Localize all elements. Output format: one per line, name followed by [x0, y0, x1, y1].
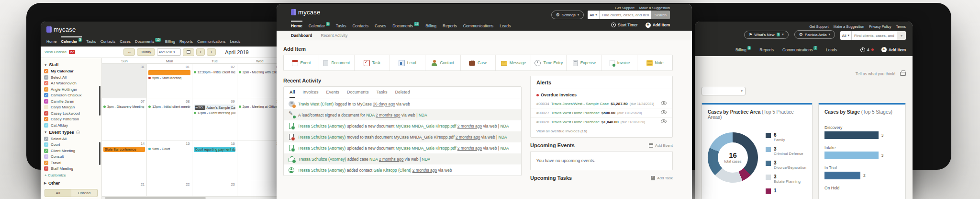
activity-link[interactable]: Tressa Schultze (Attorney): [298, 135, 345, 140]
back-arrow-button[interactable]: ←: [123, 48, 135, 56]
nav-item-billing[interactable]: Billing: [165, 36, 175, 47]
add-item-button[interactable]: Add Item: [646, 23, 670, 28]
calendar-day-cell[interactable]: 102pm - Meeting at Office to Disc: [237, 98, 282, 140]
nav-item-cases[interactable]: Cases: [120, 36, 131, 47]
timed-event[interactable]: 9am - Court: [148, 147, 190, 151]
header-link-make-a-suggestion[interactable]: Make a Suggestion: [639, 6, 670, 10]
add-event-button[interactable]: Add Event: [649, 143, 673, 148]
nav-item-documents[interactable]: Documents15: [392, 21, 419, 31]
horizontal-scrollbar[interactable]: [102, 196, 282, 199]
calendar-day-cell[interactable]: 159am - Court: [147, 140, 192, 181]
nav-item-tasks[interactable]: Tasks: [336, 21, 346, 31]
tab-documents[interactable]: Documents: [347, 90, 369, 98]
tab-all[interactable]: All: [290, 90, 295, 98]
timed-event[interactable]: 5pm - Staff Meeting: [148, 76, 190, 80]
nav-item-documents[interactable]: Documents15: [135, 36, 161, 47]
quick-add-task[interactable]: Task: [355, 55, 390, 70]
add-item-button[interactable]: Add Item: [881, 47, 906, 52]
activity-link[interactable]: Tressa Schultze (Attorney): [298, 146, 345, 151]
checkbox[interactable]: ✓: [44, 69, 48, 73]
timed-event[interactable]: 12pm - Client meeting (lunch): [194, 111, 235, 115]
checkbox[interactable]: ✓: [44, 123, 48, 128]
quick-add-invoice[interactable]: Invoice: [602, 55, 637, 70]
activity-link[interactable]: NDA: [366, 113, 374, 117]
header-link-make-a-suggestion[interactable]: Make a Suggestion: [834, 24, 864, 29]
nav-item-reports[interactable]: Reports: [179, 36, 193, 47]
search-scope-dropdown[interactable]: All ▾: [588, 11, 599, 19]
view-all-overdue-link[interactable]: View all overdue invoices (16): [531, 126, 672, 137]
calendar-day-cell[interactable]: 17: [237, 140, 282, 181]
filter-all-button[interactable]: All: [45, 189, 71, 197]
checkbox[interactable]: ✓: [44, 137, 48, 141]
header-link-terms[interactable]: Terms: [896, 24, 906, 29]
date-input[interactable]: [157, 48, 181, 56]
quick-add-event[interactable]: Event: [284, 55, 319, 70]
checkbox[interactable]: ✓: [44, 166, 48, 171]
activity-link[interactable]: Tressa Schultze (Attorney): [298, 168, 345, 173]
nav-item-communications[interactable]: Communications: [197, 36, 226, 47]
start-timer-button[interactable]: Start Timer: [611, 23, 638, 27]
calendar-day-cell[interactable]: 31: [102, 64, 147, 98]
nav-item-calendar[interactable]: Calendar5: [309, 21, 330, 31]
user-menu-dropdown[interactable]: Patricia Avila ▾: [794, 30, 835, 39]
whats-new-dropdown[interactable]: What's New 9 ▾: [744, 31, 789, 39]
activity-link[interactable]: Gale Kirsopp (Client): [373, 168, 411, 173]
search-input[interactable]: [600, 11, 651, 19]
quick-add-contact[interactable]: Contact: [425, 55, 461, 70]
prev-month-button[interactable]: ‹: [196, 48, 205, 56]
print-icon[interactable]: [900, 72, 906, 76]
allday-event[interactable]: [148, 70, 190, 75]
other-section-title[interactable]: ▶Other: [44, 181, 98, 186]
tab-events[interactable]: Events: [326, 90, 340, 98]
checkbox[interactable]: ✓: [44, 154, 48, 159]
checkbox[interactable]: ✓: [44, 117, 48, 121]
allday-event[interactable]: Court reporting payment due: [194, 147, 235, 152]
nav-item-leads[interactable]: Leads: [230, 36, 241, 47]
nav-item-communications[interactable]: Communications7: [782, 45, 817, 56]
search-input[interactable]: [852, 31, 897, 40]
activity-link[interactable]: Tressa Schultze (Attorney): [298, 124, 345, 129]
header-link-get-support[interactable]: Get Support: [809, 24, 828, 29]
invoice-link[interactable]: Travis Jones/West - Sample Case: [551, 102, 609, 106]
event-types-section-title[interactable]: ▼Event Types?: [44, 130, 98, 135]
calendar-day-cell[interactable]: 032pm - Meeting with Client: Jack: [237, 64, 282, 98]
checkbox[interactable]: [44, 105, 48, 109]
activity-link[interactable]: NDA: [419, 113, 427, 117]
nav-item-cases[interactable]: Cases: [375, 21, 386, 31]
timed-event[interactable]: 12:30pm - Initial client meeting: [194, 70, 235, 74]
calendar-day-cell[interactable]: 0812pm - Initial client meeting: Bob B: [147, 98, 192, 140]
activity-link[interactable]: MyCase MNDA_Gale Kirsopp.pdf: [396, 146, 457, 151]
nav-item-billing[interactable]: Billing: [425, 21, 436, 31]
report-filter-dropdown[interactable]: ▾: [702, 87, 746, 95]
timed-event[interactable]: 12pm - Initial client meeting: Bob B: [148, 105, 190, 108]
nav-item-contacts[interactable]: Contacts: [352, 21, 368, 31]
nav-item-leads[interactable]: Leads: [500, 21, 511, 31]
tab-tasks[interactable]: Tasks: [377, 90, 388, 98]
eye-toggle[interactable]: [661, 119, 667, 124]
subnav-dashboard[interactable]: Dashboard: [291, 33, 312, 38]
activity-link[interactable]: NDA: [500, 146, 509, 151]
nav-item-reports[interactable]: Reports: [443, 21, 457, 31]
eye-toggle[interactable]: [661, 101, 667, 106]
datepicker-button[interactable]: [183, 48, 194, 56]
nav-item-home[interactable]: Home: [46, 36, 56, 47]
view-unread-link[interactable]: View Unread: [45, 50, 67, 54]
scrollbar-thumb[interactable]: [105, 197, 206, 199]
activity-link[interactable]: Tressa Schultze (Attorney): [298, 157, 346, 162]
header-link-get-support[interactable]: Get Support: [615, 6, 634, 10]
calendar-day-cell[interactable]: 09w/SOLAdam's Sample Case12pm - Client m…: [192, 98, 237, 140]
settings-dropdown[interactable]: Settings ▾: [551, 11, 584, 19]
nav-item-billing[interactable]: Billing5: [735, 45, 751, 56]
activity-link[interactable]: NDA: [422, 157, 431, 162]
tab-invoices[interactable]: Invoices: [303, 90, 319, 98]
nav-item-reports[interactable]: Reports: [759, 45, 774, 56]
invoice-link[interactable]: Travis West Home Purchase: [551, 120, 600, 124]
quick-add-time-entry[interactable]: Time Entry: [531, 55, 567, 70]
timed-event[interactable]: 3pm - Discovery Meeting with Clien: [103, 105, 145, 108]
eye-toggle[interactable]: [661, 110, 667, 115]
today-button[interactable]: Today: [137, 48, 155, 56]
calendar-day-cell[interactable]: 0212:30pm - Initial client meeting: [192, 64, 237, 98]
calendar-day-cell[interactable]: 015pm - Staff Meeting: [147, 64, 192, 98]
allday-event[interactable]: State Bar conference: [103, 147, 145, 152]
nav-item-contacts[interactable]: Contacts: [100, 36, 116, 47]
